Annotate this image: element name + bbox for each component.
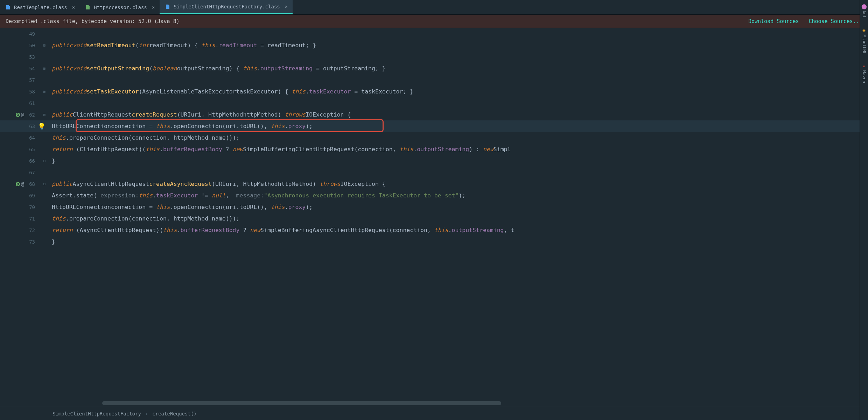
line-number: 61 <box>25 100 35 106</box>
tab-label: SimpleClientHttpRequestFactory.class <box>174 4 280 9</box>
annotation-icon: @ <box>21 112 24 118</box>
sidebar-item-ant[interactable]: ⬤Ant <box>861 4 867 18</box>
banner-message: Decompiled .class file, bytecode version… <box>6 18 180 24</box>
svg-point-0 <box>16 113 20 117</box>
line-number: 49 <box>25 31 35 37</box>
line-number: 53 <box>25 54 35 60</box>
line-number: 70 <box>25 204 35 210</box>
line-number: 54 <box>25 66 35 71</box>
svg-point-1 <box>16 182 20 186</box>
fold-icon[interactable]: ⊟ <box>43 182 46 186</box>
line-number: 65 <box>25 147 35 152</box>
ant-icon: ⬤ <box>861 4 867 9</box>
choose-sources-link[interactable]: Choose Sources... <box>808 18 862 24</box>
horizontal-scrollbar[interactable] <box>102 401 501 405</box>
close-icon[interactable]: × <box>285 4 288 9</box>
decompiled-banner: Decompiled .class file, bytecode version… <box>0 15 868 28</box>
gutter: 49 50⊟ 53 54⊟ 57 58⊟ 61 @62⊟ 💡63 64 65 6… <box>0 28 49 407</box>
fold-icon[interactable]: ⊟ <box>43 66 46 71</box>
line-number: 72 <box>25 227 35 233</box>
tab-httpaccessor[interactable]: HttpAccessor.class × <box>80 0 160 14</box>
line-number: 69 <box>25 193 35 198</box>
editor-area: 49 50⊟ 53 54⊟ 57 58⊟ 61 @62⊟ 💡63 64 65 6… <box>0 28 868 407</box>
tab-resttemplate[interactable]: RestTemplate.class × <box>0 0 80 14</box>
fold-icon[interactable]: ⊟ <box>43 159 46 163</box>
line-number: 68 <box>25 181 35 187</box>
line-number: 73 <box>25 239 35 245</box>
plantuml-icon: ◆ <box>862 27 865 33</box>
download-sources-link[interactable]: Download Sources <box>748 18 799 24</box>
line-number: 57 <box>25 77 35 83</box>
sidebar-item-maven[interactable]: ▾Maven <box>862 63 867 83</box>
tab-label: RestTemplate.class <box>14 5 67 10</box>
line-number: 64 <box>25 135 35 141</box>
breadcrumb-method[interactable]: createRequest() <box>152 411 196 416</box>
override-icon[interactable] <box>15 112 20 117</box>
code-content[interactable]: public void setReadTimeout(int readTimeo… <box>49 28 868 407</box>
intention-bulb-icon[interactable]: 💡 <box>38 122 46 130</box>
line-number: 50 <box>25 43 35 48</box>
line-number: 67 <box>25 170 35 175</box>
line-number: 62 <box>25 112 35 118</box>
close-icon[interactable]: × <box>72 5 75 10</box>
breadcrumb-separator: › <box>145 411 148 416</box>
line-number: 71 <box>25 216 35 222</box>
tab-simpleclienthttprequestfactory[interactable]: SimpleClientHttpRequestFactory.class × <box>160 0 293 14</box>
right-tool-sidebar: ⬤Ant ◆PlantUML ▾Maven <box>860 0 868 420</box>
annotation-icon: @ <box>21 181 24 187</box>
fold-icon[interactable]: ⊟ <box>43 43 46 48</box>
class-file-icon <box>5 4 11 10</box>
close-icon[interactable]: × <box>152 5 155 10</box>
editor-tabs: RestTemplate.class × HttpAccessor.class … <box>0 0 868 15</box>
fold-icon[interactable]: ⊟ <box>43 89 46 94</box>
line-number: 66 <box>25 158 35 164</box>
fold-icon[interactable]: ⊟ <box>43 112 46 117</box>
line-number: 63 <box>25 124 35 129</box>
class-file-icon <box>164 4 171 10</box>
breadcrumb-class[interactable]: SimpleClientHttpRequestFactory <box>52 411 141 416</box>
tab-label: HttpAccessor.class <box>94 5 147 10</box>
breadcrumb: SimpleClientHttpRequestFactory › createR… <box>0 407 868 420</box>
sidebar-item-plantuml[interactable]: ◆PlantUML <box>862 27 867 55</box>
maven-icon: ▾ <box>862 63 865 69</box>
override-icon[interactable] <box>15 182 20 187</box>
line-number: 58 <box>25 89 35 94</box>
class-file-icon <box>85 4 91 10</box>
